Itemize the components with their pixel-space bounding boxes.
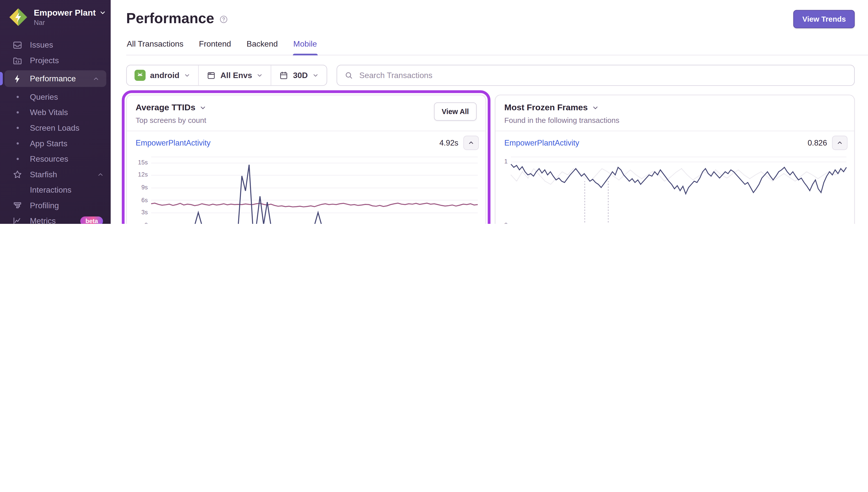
y-tick-label: 6s (142, 197, 148, 203)
frozen-widget-subtitle: Found in the following transactions (504, 116, 619, 125)
sidebar-item-label: Resources (30, 155, 68, 164)
frozen-value: 0.826 (808, 139, 827, 147)
sidebar-item-web-vitals[interactable]: Web Vitals (0, 105, 111, 120)
chevron-down-icon (312, 72, 319, 78)
ttid-y-axis: 15s12s9s6s3s0 (131, 156, 151, 224)
y-tick-label: 3s (142, 210, 148, 216)
view-all-button[interactable]: View All (434, 102, 477, 121)
lightning-icon (12, 73, 23, 84)
sidebar-item-app-starts[interactable]: App Starts (0, 136, 111, 151)
star-icon (12, 169, 23, 180)
transaction-link[interactable]: EmpowerPlantActivity (136, 139, 211, 147)
sidebar: Empower Plant Nar IssuesProjectsPerforma… (0, 0, 111, 224)
sidebar-item-profiling[interactable]: Profiling (0, 198, 111, 213)
projects-icon (12, 55, 23, 66)
sidebar-item-screen-loads[interactable]: Screen Loads (0, 120, 111, 136)
calendar-icon (279, 71, 288, 80)
spacer (12, 184, 23, 195)
sidebar-item-label: Issues (30, 41, 53, 49)
y-tick-label: 9s (142, 184, 148, 190)
y-tick-label: 15s (138, 159, 148, 165)
view-trends-button[interactable]: View Trends (793, 10, 854, 28)
sidebar-item-label: App Starts (30, 139, 68, 148)
collapse-row-button[interactable] (463, 136, 479, 150)
sidebar-item-label: Projects (30, 56, 59, 65)
frozen-widget-title-dropdown[interactable]: Most Frozen Frames (504, 102, 619, 113)
chevron-down-icon (257, 72, 263, 78)
sidebar-item-label: Screen Loads (30, 123, 80, 132)
tab-frontend[interactable]: Frontend (198, 39, 232, 55)
app-window: Empower Plant Nar IssuesProjectsPerforma… (0, 0, 868, 224)
window-icon (207, 71, 216, 80)
filter-bar: android All Envs 30D (126, 65, 854, 86)
sidebar-item-label: Profiling (30, 201, 59, 210)
tab-bar: All Transactions Frontend Backend Mobile (126, 39, 868, 55)
org-switcher[interactable]: Empower Plant Nar (0, 0, 111, 33)
ttid-chart (151, 156, 478, 224)
bullet-dot (12, 138, 23, 149)
sidebar-item-performance[interactable]: Performance (4, 70, 106, 87)
sidebar-item-label: Web Vitals (30, 108, 68, 117)
chevron-up-icon (468, 140, 474, 146)
org-name: Empower Plant (34, 8, 96, 18)
y-tick-label: 1 (504, 158, 508, 165)
chevron-down-icon (592, 104, 599, 111)
tab-mobile[interactable]: Mobile (293, 39, 317, 55)
widget-most-frozen-frames: Most Frozen Frames Found in the followin… (495, 95, 854, 224)
environment-filter[interactable]: All Envs (198, 65, 271, 85)
tab-all-transactions[interactable]: All Transactions (126, 39, 184, 55)
sidebar-item-interactions[interactable]: Interactions (0, 182, 111, 198)
bullet-dot (12, 92, 23, 102)
widget-average-ttids: Average TTIDs Top screens by count View … (126, 95, 486, 224)
sidebar-item-label: Queries (30, 92, 58, 101)
y-tick-label: 0 (145, 222, 148, 224)
sidebar-item-label: Interactions (30, 186, 72, 194)
bullet-dot (12, 123, 23, 133)
sidebar-item-projects[interactable]: Projects (0, 53, 111, 68)
sidebar-item-resources[interactable]: Resources (0, 151, 111, 167)
chevron-down-icon (99, 9, 106, 16)
chevron-up-icon (837, 140, 843, 146)
search-input[interactable] (358, 70, 847, 80)
transaction-search[interactable] (337, 65, 854, 86)
sidebar-item-starfish[interactable]: Starfish (0, 167, 111, 182)
bullet-dot (12, 154, 23, 164)
bullet-dot (12, 107, 23, 118)
chevron-up-icon (93, 75, 100, 82)
sidebar-item-label: Performance (30, 74, 76, 83)
metrics-icon (12, 216, 23, 224)
chevron-down-icon (184, 72, 190, 78)
collapse-row-button[interactable] (832, 136, 848, 150)
date-range-filter[interactable]: 30D (271, 65, 327, 85)
sidebar-item-issues[interactable]: Issues (0, 37, 111, 53)
help-circle-icon[interactable] (219, 15, 228, 24)
ttid-widget-subtitle: Top screens by count (136, 116, 206, 125)
y-tick-label: 12s (138, 172, 148, 178)
org-avatar (8, 7, 28, 27)
project-filter[interactable]: android (127, 65, 198, 85)
metrics-badge: beta (81, 216, 103, 224)
sidebar-nav: IssuesProjectsPerformanceQueriesWeb Vita… (0, 33, 111, 224)
sidebar-item-queries[interactable]: Queries (0, 89, 111, 105)
issues-icon (12, 40, 23, 50)
page-title: Performance (126, 10, 214, 27)
profiling-icon (12, 200, 23, 211)
y-tick-label: 0 (504, 222, 508, 224)
frozen-chart (511, 156, 847, 224)
ttid-value: 4.92s (439, 139, 458, 147)
frozen-y-axis: 10 (500, 156, 511, 224)
search-icon (344, 71, 353, 79)
org-subtitle: Nar (34, 19, 106, 27)
active-accent-bar (0, 72, 3, 85)
android-project-icon (134, 70, 146, 81)
sidebar-item-label: Starfish (30, 170, 57, 179)
main-area: Performance View Trends All Transactions… (111, 0, 868, 224)
tab-backend[interactable]: Backend (246, 39, 278, 55)
sidebar-item-label: Metrics (30, 217, 56, 224)
sidebar-item-metrics[interactable]: Metricsbeta (0, 213, 111, 224)
chevron-up-icon (97, 171, 104, 178)
transaction-link[interactable]: EmpowerPlantActivity (504, 139, 579, 147)
ttid-widget-title-dropdown[interactable]: Average TTIDs (136, 102, 206, 113)
chevron-down-icon (199, 104, 207, 111)
